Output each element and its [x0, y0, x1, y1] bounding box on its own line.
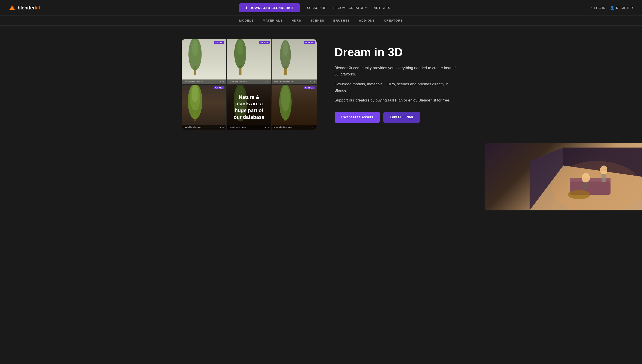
become-creator-link[interactable]: BECOME CREATOR ▾ — [333, 6, 367, 10]
chevron-down-icon: ▾ — [365, 6, 367, 9]
nav-brushes[interactable]: BRUSHES — [333, 19, 350, 22]
hero-title: Dream in 3D — [335, 46, 461, 58]
star-icon-6: ★ — [311, 126, 313, 128]
cell-info-2: Tree Siberian Pine A2 ★ 9.7 — [227, 80, 271, 84]
nav-models[interactable]: MODELS — [239, 19, 254, 22]
grid-cell-5[interactable]: Nature & plants are a huge part of our d… — [227, 85, 271, 130]
cell-rating-6: ★ 7 — [311, 126, 315, 128]
scene-preview — [485, 143, 642, 210]
cta-buttons: I Want Free Assets Buy Full Plan — [335, 112, 461, 123]
svg-point-23 — [281, 85, 290, 111]
top-navigation: blenderkit ⬇ DOWNLOAD BLENDERKIT SUBSCRI… — [0, 0, 642, 16]
login-link[interactable]: → LOG IN — [589, 6, 605, 10]
tree-image-6 — [272, 85, 299, 120]
svg-point-17 — [191, 85, 198, 102]
right-panel: Dream in 3D BlenderKit community provide… — [335, 46, 461, 123]
cell-rating-4: ★ 10 — [220, 126, 224, 128]
blenderkit-logo-icon — [9, 5, 15, 11]
want-free-assets-button[interactable]: I Want Free Assets — [335, 112, 380, 123]
cell-badge-2: Full Plan — [259, 41, 270, 44]
cell-info-1: Tree Siberian Pine A7 ★ 10 — [182, 80, 226, 84]
top-nav-center: ⬇ DOWNLOAD BLENDERKIT SUBSCRIBE BECOME C… — [239, 3, 390, 12]
star-icon-1: ★ — [220, 81, 221, 83]
cell-name-3: Tree Siberian Pine A5 — [274, 80, 293, 83]
star-icon-2: ★ — [265, 81, 266, 83]
nav-addons[interactable]: ADD-ONS — [359, 19, 375, 22]
hero-body-2: Download models, materials, HDRs, scenes… — [335, 81, 461, 94]
svg-point-9 — [237, 40, 243, 55]
star-icon-3: ★ — [310, 81, 311, 83]
svg-point-13 — [283, 41, 288, 56]
hero-body-1: BlenderKit community provides you everyt… — [335, 65, 461, 78]
asset-grid: Full Plan Tree Siberian Pine A7 ★ 10 Ful… — [182, 39, 317, 130]
tree-image-3 — [272, 39, 299, 75]
cell-info-5: Tree Alder al Large ★ 10 — [227, 125, 271, 130]
cell-badge-1: Full Plan — [214, 41, 225, 44]
main-content: Full Plan Tree Siberian Pine A7 ★ 10 Ful… — [164, 26, 479, 143]
grid-cell-1[interactable]: Full Plan Tree Siberian Pine A7 ★ 10 — [182, 39, 226, 84]
tree-image-4 — [182, 85, 208, 120]
cell-name-5: Tree Alder al Large — [229, 126, 246, 128]
scene-render-image — [485, 143, 642, 210]
overlay-caption: Nature & plants are a huge part of our d… — [231, 94, 267, 120]
grid-cell-4[interactable]: Full Plan Tree Alder al Large ★ 10 — [182, 85, 226, 130]
cell-badge-6: Full Plan — [304, 86, 315, 89]
download-icon: ⬇ — [245, 6, 248, 10]
cell-info-6: Tree Siberian Large ★ 7 — [272, 125, 317, 130]
subscribe-link[interactable]: SUBSCRIBE — [307, 6, 326, 10]
grid-cell-6[interactable]: Full Plan Tree Siberian Large ★ 7 — [272, 85, 317, 130]
nav-creators[interactable]: CREATORS — [384, 19, 403, 22]
user-plus-icon: 👤 — [610, 6, 615, 10]
cell-info-3: Tree Siberian Pine A5 ★ 9.3 — [272, 80, 317, 84]
top-nav-right: → LOG IN 👤 REGISTER — [589, 6, 633, 10]
cell-rating-5: ★ 10 — [265, 126, 269, 128]
secondary-navigation: MODELS MATERIALS HDRS SCENES BRUSHES ADD… — [0, 16, 642, 26]
cell-name-2: Tree Siberian Pine A2 — [229, 80, 248, 83]
svg-point-5 — [192, 40, 198, 56]
scene-svg — [485, 143, 642, 210]
asset-grid-panel: Full Plan Tree Siberian Pine A7 ★ 10 Ful… — [182, 39, 317, 130]
grid-overlay: Nature & plants are a huge part of our d… — [227, 85, 271, 130]
nav-scenes[interactable]: SCENES — [310, 19, 324, 22]
register-link[interactable]: 👤 REGISTER — [610, 6, 633, 10]
bottom-section — [0, 143, 642, 210]
cell-rating-3: ★ 9.3 — [310, 80, 315, 83]
articles-link[interactable]: ARTICLES — [374, 6, 390, 10]
tree-image-1 — [182, 39, 208, 75]
star-icon-4: ★ — [220, 126, 221, 128]
cell-name-1: Tree Siberian Pine A7 — [183, 80, 203, 83]
login-icon: → — [589, 6, 593, 10]
cell-info-4: Tree Alder al Large ★ 10 — [182, 125, 226, 130]
cell-rating-2: ★ 9.7 — [265, 80, 270, 83]
cell-badge-4: Full Plan — [214, 86, 225, 89]
cell-badge-3: Full Plan — [304, 41, 315, 44]
logo[interactable]: blenderkit — [9, 5, 40, 11]
cell-rating-1: ★ 10 — [220, 80, 224, 83]
logo-text: blenderkit — [18, 5, 40, 11]
buy-full-plan-button[interactable]: Buy Full Plan — [383, 112, 419, 123]
cell-name-6: Tree Siberian Large — [274, 126, 292, 128]
star-icon-5: ★ — [265, 126, 267, 128]
grid-cell-3[interactable]: Full Plan Tree Siberian Pine A5 ★ 9.3 — [272, 39, 317, 84]
grid-cell-2[interactable]: Full Plan Tree Siberian Pine A2 ★ 9.7 — [227, 39, 271, 84]
hero-body-3: Support our creators by buying Full Plan… — [335, 97, 461, 104]
tree-image-2 — [227, 39, 254, 75]
nav-hdrs[interactable]: HDRS — [292, 19, 301, 22]
cell-name-4: Tree Alder al Large — [183, 126, 200, 128]
download-blenderkit-button[interactable]: ⬇ DOWNLOAD BLENDERKIT — [239, 3, 300, 12]
nav-materials[interactable]: MATERIALS — [263, 19, 282, 22]
